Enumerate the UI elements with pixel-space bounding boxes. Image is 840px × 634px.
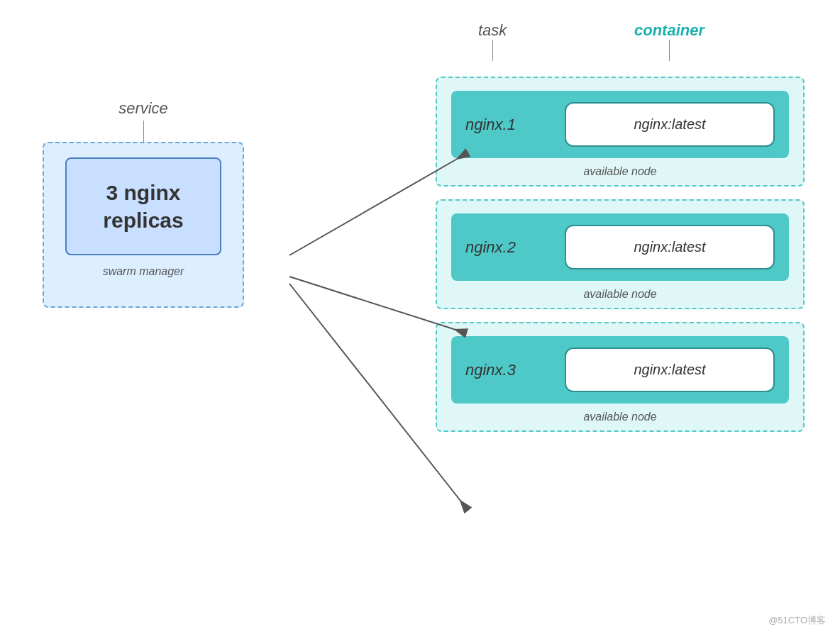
- task-label-area: task: [478, 21, 507, 61]
- node-inner-3: nginx.3 nginx:latest: [451, 336, 789, 404]
- nginx-replicas-box: 3 nginxreplicas: [65, 157, 221, 255]
- task-name-1: nginx.1: [465, 116, 543, 134]
- container-label-line: [669, 40, 670, 61]
- nginx-replicas-text: 3 nginxreplicas: [95, 179, 192, 234]
- available-node-label-2: available node: [451, 288, 789, 301]
- watermark: @51CTO博客: [768, 614, 826, 627]
- node-inner-2: nginx.2 nginx:latest: [451, 213, 789, 281]
- service-label: service: [118, 99, 168, 118]
- right-section: task container nginx.1 nginx:latest avai…: [436, 21, 805, 432]
- container-box-1: nginx:latest: [565, 102, 775, 147]
- container-box-2: nginx:latest: [565, 225, 775, 269]
- task-name-2: nginx.2: [465, 238, 543, 257]
- top-labels: task container: [436, 21, 805, 64]
- task-name-3: nginx.3: [465, 361, 543, 379]
- node-box-3: nginx.3 nginx:latest available node: [436, 322, 805, 432]
- service-connector-line: [143, 121, 144, 142]
- task-label: task: [478, 21, 507, 40]
- available-node-label-3: available node: [451, 411, 789, 423]
- container-label-area: container: [634, 21, 704, 61]
- node-box-1: nginx.1 nginx:latest available node: [436, 77, 805, 187]
- diagram-container: service 3 nginxreplicas swarm manager ta…: [0, 0, 840, 634]
- left-section: service 3 nginxreplicas swarm manager: [43, 99, 244, 308]
- container-box-3: nginx:latest: [565, 347, 775, 392]
- node-inner-1: nginx.1 nginx:latest: [451, 91, 789, 158]
- available-node-label-1: available node: [451, 165, 789, 178]
- node-box-2: nginx.2 nginx:latest available node: [436, 199, 805, 309]
- service-outer-box: 3 nginxreplicas swarm manager: [43, 142, 244, 308]
- task-label-line: [492, 40, 493, 61]
- swarm-manager-label: swarm manager: [103, 265, 184, 278]
- container-label: container: [634, 21, 704, 40]
